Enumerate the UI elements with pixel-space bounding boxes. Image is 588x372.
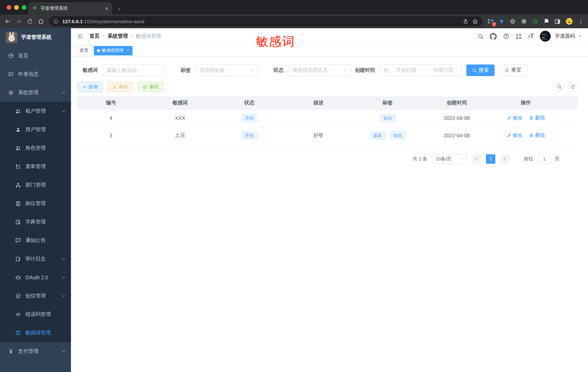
extension-command-icon[interactable]: ⌘ [509,18,516,25]
user-avatar[interactable] [540,31,551,42]
browser-toolbar: 127.0.0.1:1024/system/sensitive-word 9 ⌘ [0,14,588,28]
sidebar-item-sensitive-word[interactable]: 敏感词管理 [0,323,71,342]
page-number-active[interactable]: 1 [486,154,495,164]
tab-sensitive-word[interactable]: 敏感词管理 [94,46,133,55]
users-icon [15,145,21,151]
edit-link[interactable]: 修改 [507,115,523,121]
sidebar-item-menu[interactable]: 菜单管理 [0,157,71,176]
sidebar-item-user[interactable]: 用户管理 [0,120,71,139]
sidebar-item-role[interactable]: 角色管理 [0,139,71,157]
extension-grid-icon[interactable]: 9 [487,18,494,25]
tag-select[interactable]: 请选择标签 [195,64,258,76]
reload-icon[interactable] [27,18,33,25]
sidebar-item-system[interactable]: 系统管理 [0,83,71,102]
toolbar-actions: 新增 导出 测试 [76,82,578,92]
goto-page-input[interactable] [538,154,550,164]
search-icon[interactable] [478,33,484,39]
goto-label: 前往 [524,156,533,162]
col-id: 编号 [76,96,146,109]
forward-icon[interactable] [16,18,22,25]
browser-menu-icon[interactable] [578,18,584,24]
font-size-icon[interactable] [528,33,534,39]
sidebar-item-post[interactable]: 岗位管理 [0,194,71,213]
sidebar-item-dept[interactable]: 部门管理 [0,176,71,194]
bookmark-star-icon[interactable] [472,18,478,25]
minimize-window-button[interactable] [14,5,19,10]
yen-icon [8,348,14,354]
tab-close-icon[interactable] [105,7,109,11]
extension-recorder-icon[interactable] [521,18,527,25]
breadcrumb-system[interactable]: 系统管理 [108,33,128,39]
sidebar-item-author-feed[interactable]: 作者动态 [0,65,71,83]
home-icon[interactable] [38,18,44,25]
test-button[interactable]: 测试 [138,82,164,92]
cell-desc: 好呀 [284,127,353,144]
pencil-icon [507,116,512,120]
page-size-select[interactable]: 10条/页 [432,154,467,164]
browser-tab-title: 芋道管理系统 [41,5,102,12]
browser-tab[interactable]: 芋道管理系统 [28,2,112,14]
extensions-puzzle-icon[interactable] [543,18,550,25]
add-button[interactable]: 新增 [77,82,103,92]
sidebar-item-oauth[interactable]: OAuth 2.0 [0,268,71,287]
sidebar-item-error-code[interactable]: 错误码管理 [0,305,71,323]
sidebar-item-tenant[interactable]: 租户管理 [0,102,71,120]
sidebar-collapse-icon[interactable] [77,33,84,40]
next-page-button[interactable] [500,154,509,164]
export-button[interactable]: 导出 [107,82,133,92]
delete-link[interactable]: 删除 [529,132,545,139]
sensitive-word-table: 编号 敏感词 状态 描述 标签 创建时间 操作 4 XXX 开启 [76,96,578,145]
status-select[interactable]: 请选择启用状态 [288,64,350,76]
close-window-button[interactable] [7,5,11,10]
status-select-placeholder: 请选择启用状态 [292,67,343,74]
profile-avatar-emoji[interactable] [565,17,573,25]
user-name[interactable]: 芋道源码 [555,33,575,39]
cell-created: 2022-04-08 [422,127,491,144]
toggle-search-button[interactable] [554,82,564,92]
keyword-input[interactable] [102,64,165,76]
col-word: 敏感词 [146,96,215,109]
extension-star-icon[interactable] [532,18,538,25]
sidebar-item-dict[interactable]: 字典管理 [0,213,71,231]
new-tab-button[interactable] [117,6,122,12]
col-created: 创建时间 [422,96,491,109]
edit-link[interactable]: 修改 [507,132,523,139]
tab-home[interactable]: 首页 [76,46,92,55]
share-icon[interactable] [463,18,469,24]
tab-close-icon[interactable] [126,49,129,52]
edit-link-label: 修改 [513,132,523,139]
fullscreen-icon[interactable] [516,33,522,39]
date-range-picker[interactable]: 开始日期 - 结束日期 [379,64,462,76]
tab-label: 敏感词管理 [102,47,123,54]
search-button-label: 搜索 [479,67,489,74]
back-icon[interactable] [4,18,11,25]
extension-gem-icon[interactable] [499,18,505,25]
github-icon[interactable] [490,33,497,40]
plus-icon [82,85,87,89]
url-bar[interactable]: 127.0.0.1:1024/system/sensitive-word [49,16,483,26]
sidebar-item-audit-log[interactable]: 审计日志 [0,250,71,268]
refresh-table-button[interactable] [568,82,578,92]
site-info-icon[interactable] [53,19,59,24]
help-icon[interactable] [503,33,509,39]
breadcrumb-current: 敏感词管理 [136,33,161,39]
sidebar-item-sms[interactable]: 短信管理 [0,287,71,305]
search-button[interactable]: 搜索 [466,64,495,76]
prev-page-button[interactable] [472,154,481,164]
side-panel-icon[interactable] [554,18,560,25]
status-badge: 开启 [242,131,257,140]
reset-button[interactable]: 重置 [499,64,527,76]
caret-down-icon[interactable] [578,34,582,38]
maximize-window-button[interactable] [22,5,26,10]
sidebar-item-label: 角色管理 [25,145,46,151]
breadcrumb-home[interactable]: 首页 [89,33,100,39]
delete-link[interactable]: 删除 [529,115,545,121]
users-icon [15,108,21,114]
comment-dots-icon [15,238,21,243]
sidebar-item-home[interactable]: 首页 [0,46,71,65]
sidebar-item-notice[interactable]: 通知公告 [0,231,71,250]
trash-icon [529,133,534,138]
sidebar-item-payment[interactable]: 支付管理 [0,342,71,360]
edit-link-label: 修改 [513,115,523,121]
sidebar-item-label: 错误码管理 [25,311,51,318]
